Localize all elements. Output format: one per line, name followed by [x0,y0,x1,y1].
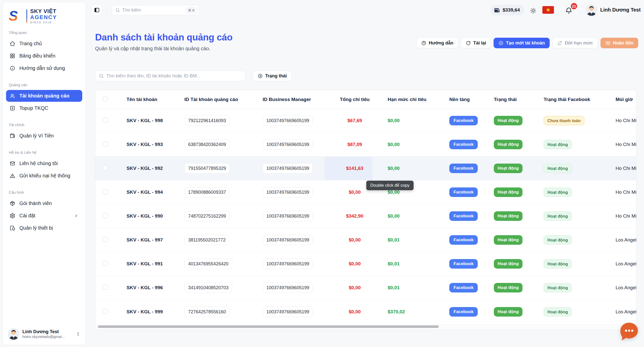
sidebar-item[interactable]: Trang chủ [6,38,82,49]
ad-account-id[interactable]: 791550477895329 [184,163,230,174]
guide-button[interactable]: Hướng dẫn [416,38,458,48]
business-manager-id[interactable]: 10037497669605199 [263,235,313,245]
ad-account-id[interactable]: 4013476955426420 [184,259,232,269]
sidebar-item[interactable]: Topup TKQC [6,102,82,114]
notifications-button[interactable]: 21 [565,7,573,15]
table-row[interactable]: SKV - KGL - 994 178900886009337 10037497… [95,180,636,204]
column-header: Tổng chi tiêu [332,97,378,102]
table-row[interactable]: SKV - KGL - 990 748702275162299 10037497… [95,204,636,228]
sidebar-item[interactable]: Gửi khiếu nại hệ thống [6,170,82,182]
sidebar-user-card[interactable]: Linh Dương Test hotro.skyvietads@gmai... [6,326,83,341]
ad-account-id[interactable]: 178900886009337 [184,187,230,197]
scrollbar-thumb[interactable] [98,325,439,328]
total-spend: $0,00 [332,261,378,267]
account-name: SKV - KGL - 999 [127,309,163,315]
wallet-icon [10,133,15,139]
ad-account-id[interactable]: 381195502021772 [184,235,229,245]
sidebar: S SKY VIỆT AGENCY SINCE 2018 Tổng quanTr… [3,2,86,345]
status-badge: Hoạt động [494,116,522,125]
row-checkbox[interactable] [103,141,108,146]
refresh-icon [466,40,471,46]
sidebar-user-email: hotro.skyvietads@gmai... [22,334,65,339]
business-manager-id[interactable]: 10037497669605199 [263,259,313,269]
horizontal-scrollbar[interactable] [97,324,635,328]
brand-line2: AGENCY [30,14,57,20]
timezone: Los Angeles [616,285,636,290]
topbar-divider [106,6,106,15]
table-row[interactable]: SKV - KGL - 999 727642578556160 10037497… [95,300,636,324]
table-search-input[interactable] [106,73,242,79]
table-row[interactable]: SKV - KGL - 997 381195502021772 10037497… [95,228,636,252]
reload-button[interactable]: Tải lại [461,38,491,48]
table-row[interactable]: SKV - KGL - 993 638738420362409 10037497… [95,133,636,157]
facebook-status-badge: Hoạt động [544,212,572,221]
table-row[interactable]: SKV - KGL - 996 3414910408520703 1003749… [95,276,636,300]
ad-account-id[interactable]: 638738420362409 [184,139,230,150]
chevrons-up-down-icon [76,332,80,336]
ad-account-id[interactable]: 727642578556160 [184,307,230,317]
user-avatar [8,328,19,340]
row-checkbox[interactable] [103,118,108,123]
notification-count-badge: 21 [570,2,578,10]
table-row[interactable]: SKV - KGL - 998 792122961416093 10037497… [95,109,636,133]
sidebar-toggle-button[interactable] [92,5,102,15]
row-checkbox[interactable] [103,261,108,266]
sidebar-item[interactable]: Bảng điều khiển [6,50,82,62]
brand-logo[interactable]: S SKY VIỆT AGENCY SINCE 2018 [6,8,83,26]
sidebar-item[interactable]: Liên hệ chúng tôi [6,158,82,169]
language-flag-vietnam[interactable] [542,6,554,14]
facebook-status-badge: Hoạt động [544,140,572,149]
global-search-input[interactable] [122,8,183,13]
sidebar-item[interactable]: Tài khoản quảng cáo [6,90,82,102]
facebook-status-badge: Hoạt động [544,235,572,245]
row-checkbox[interactable] [103,309,108,314]
column-header: Múi giờ [616,97,633,102]
theme-toggle-button[interactable] [528,6,538,15]
status-badge: Hoạt động [494,235,522,245]
devices-icon [10,225,15,231]
business-manager-id[interactable]: 10037497669605199 [263,163,313,174]
business-manager-id[interactable]: 10037497669605199 [263,139,313,150]
package-icon [10,201,15,206]
table-search[interactable] [95,71,245,81]
app-root: S SKY VIỆT AGENCY SINCE 2018 Tổng quanTr… [0,0,644,347]
ad-account-id[interactable]: 792122961416093 [184,116,230,126]
row-checkbox[interactable] [103,285,108,290]
status-filter-button[interactable]: Trạng thái [253,71,292,81]
business-manager-id[interactable]: 10037497669605199 [263,283,313,293]
business-manager-id[interactable]: 10037497669605199 [263,307,313,317]
global-search[interactable]: ⌘ K [112,5,199,15]
create-account-button[interactable]: Tạo mới tài khoản [494,38,550,48]
sidebar-item[interactable]: Gói thành viên [6,197,82,209]
business-manager-id[interactable]: 10037497669605199 [263,116,313,126]
row-checkbox[interactable] [103,213,108,218]
business-manager-id[interactable]: 10037497669605199 [263,211,313,221]
move-limit-button[interactable]: Dời hạn mức [552,38,598,48]
refund-button[interactable]: Hoàn tiền [600,38,638,48]
sidebar-item-label: Liên hệ chúng tôi [19,161,58,166]
select-all-checkbox[interactable] [103,96,108,101]
chat-fab-button[interactable] [619,321,639,342]
sidebar-section-label: Tài chính [9,123,79,127]
ad-account-id[interactable]: 748702275162299 [184,211,230,221]
topbar-user-name[interactable]: Linh Dương Test [600,7,641,13]
brand-text: SKY VIỆT AGENCY SINCE 2018 [30,8,57,24]
sidebar-item[interactable]: Hướng dẫn sử dụng [6,62,82,74]
topbar-avatar[interactable] [586,4,597,16]
account-name: SKV - KGL - 994 [127,189,163,195]
row-checkbox[interactable] [103,189,108,194]
ad-account-id[interactable]: 3414910408520703 [184,283,232,293]
sidebar-item-label: Trang chủ [19,41,42,46]
sidebar-item[interactable]: Quản lý thiết bị [6,222,82,234]
facebook-status-badge: Hoạt động [544,188,572,197]
row-checkbox[interactable] [103,165,108,170]
wallet-balance[interactable]: $339,64 [491,5,525,15]
sidebar-item[interactable]: Cài đặt [6,210,82,222]
table-row[interactable]: SKV - KGL - 992 791550477895329 10037497… [95,157,636,180]
row-checkbox[interactable] [103,237,108,242]
sidebar-item[interactable]: Quản lý Ví Tiền [6,130,82,142]
total-spend: $0,00 [332,189,378,195]
business-manager-id[interactable]: 10037497669605199 [263,187,313,197]
spend-limit: $0,01 [388,261,400,267]
table-row[interactable]: SKV - KGL - 991 4013476955426420 1003749… [95,252,636,276]
